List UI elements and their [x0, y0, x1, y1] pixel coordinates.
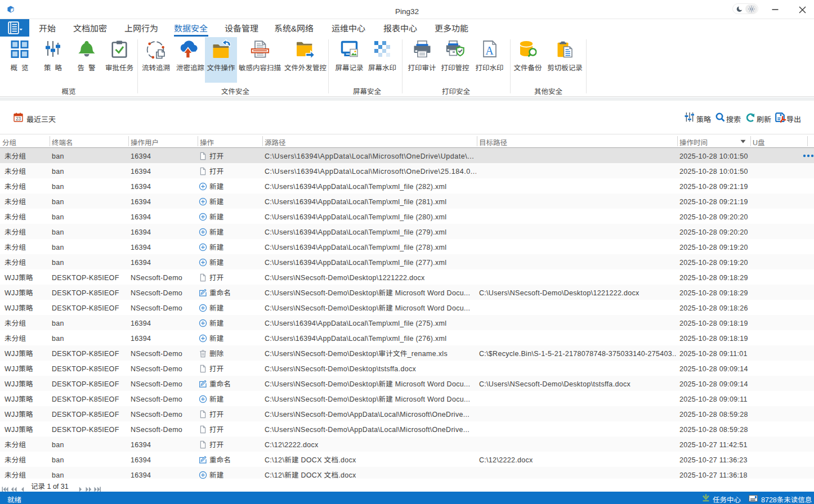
svg-text:23: 23	[16, 116, 21, 122]
svg-text:A: A	[485, 44, 494, 57]
